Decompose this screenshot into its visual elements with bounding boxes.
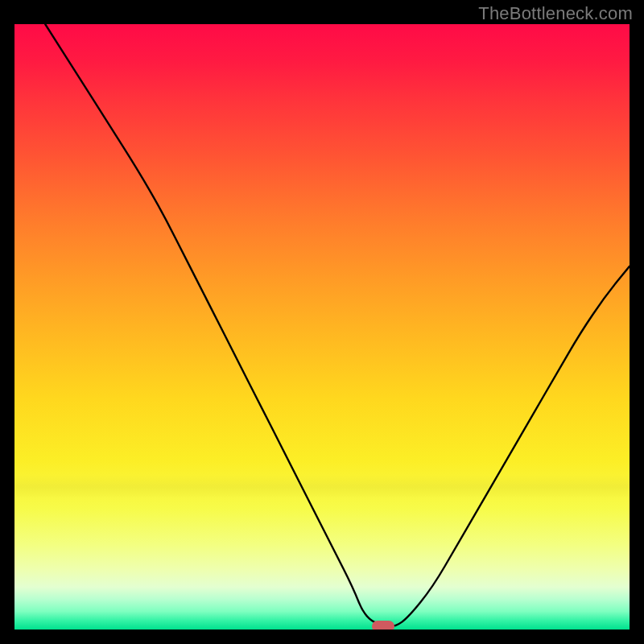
bottleneck-curve [14,24,630,630]
optimal-point-marker [372,621,394,630]
watermark-text: TheBottleneck.com [478,3,633,24]
chart-frame: TheBottleneck.com [0,0,644,644]
plot-area [14,24,630,630]
